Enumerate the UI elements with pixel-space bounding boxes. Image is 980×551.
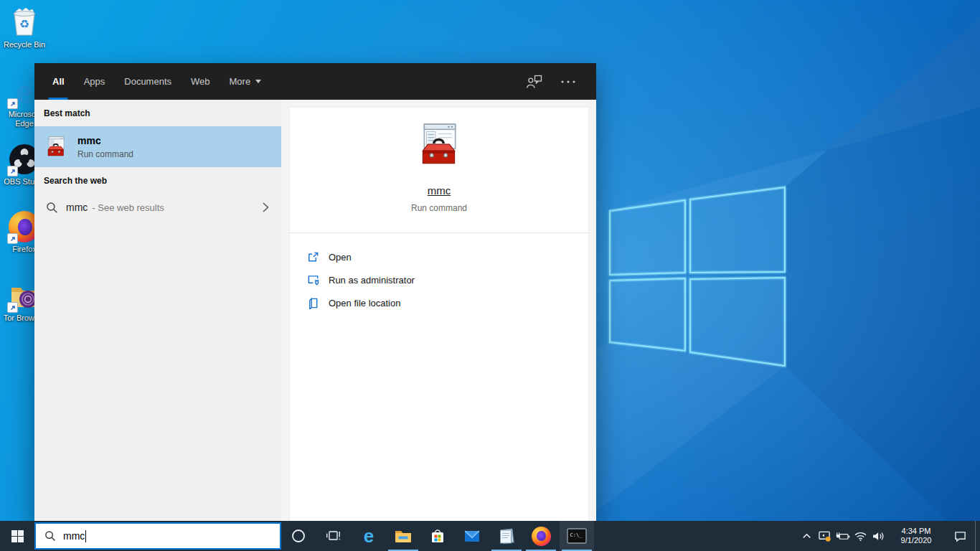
action-open[interactable]: Open <box>307 245 588 268</box>
result-subtitle: Run command <box>77 149 133 159</box>
taskbar-app-store[interactable] <box>420 521 455 551</box>
web-suffix: - See web results <box>92 202 164 213</box>
tray-battery-icon[interactable] <box>834 521 852 551</box>
tab-label: Apps <box>84 76 105 87</box>
tab-label: More <box>230 76 251 87</box>
search-icon <box>44 530 56 542</box>
clock-time: 4:34 PM <box>892 527 940 536</box>
action-open-file-location[interactable]: Open file location <box>307 291 588 314</box>
show-desktop-button[interactable] <box>975 521 980 551</box>
mmc-toolbox-icon <box>44 136 67 159</box>
start-icon <box>11 530 24 542</box>
taskbar-app-edge[interactable]: e <box>352 521 386 551</box>
mmc-toolbox-icon <box>415 122 463 169</box>
action-run-as-administrator[interactable]: Run as administrator <box>307 268 588 291</box>
taskbar: mmc e <box>0 521 980 551</box>
ellipsis-icon[interactable] <box>560 80 576 83</box>
notepad-icon <box>497 527 516 545</box>
edge-icon: e <box>359 527 378 545</box>
open-icon <box>307 251 319 263</box>
tab-label: All <box>52 76 65 87</box>
shortcut-arrow-icon <box>7 166 18 176</box>
text-caret <box>85 530 86 542</box>
action-label: Open <box>329 252 352 263</box>
task-view-icon <box>325 528 341 544</box>
system-tray: 4:34 PM 9/1/2020 <box>798 521 980 551</box>
best-match-header: Best match <box>34 100 281 126</box>
tab-web[interactable]: Web <box>191 63 210 100</box>
taskbar-app-mail[interactable] <box>455 521 489 551</box>
tab-more[interactable]: More <box>230 63 262 100</box>
svg-text:C:\_: C:\_ <box>570 532 583 538</box>
svg-text:e: e <box>364 527 374 545</box>
start-button[interactable] <box>0 521 34 551</box>
svg-text:♻: ♻ <box>19 17 29 31</box>
taskbar-app-file-explorer[interactable] <box>386 521 420 551</box>
action-center-icon <box>953 530 967 542</box>
search-results-list: Best match <box>34 100 281 521</box>
tab-apps[interactable]: Apps <box>84 63 105 100</box>
mail-icon <box>463 527 481 545</box>
shortcut-arrow-icon <box>7 233 18 244</box>
cortana-icon <box>291 529 306 543</box>
search-filter-bar: All Apps Documents Web More <box>34 63 596 100</box>
tray-chevron-up-icon[interactable] <box>798 521 816 551</box>
preview-subtitle: Run command <box>411 203 467 213</box>
tray-display-status-icon[interactable] <box>816 521 834 551</box>
file-location-icon <box>307 297 319 309</box>
file-explorer-icon <box>394 527 413 545</box>
shortcut-arrow-icon <box>7 98 18 109</box>
admin-shield-icon <box>307 274 319 286</box>
search-preview-pane: mmc Run command Open <box>281 100 596 521</box>
result-title: mmc <box>77 135 133 147</box>
taskbar-search-input[interactable]: mmc <box>34 522 281 550</box>
preview-title: mmc <box>428 184 451 197</box>
taskbar-clock[interactable]: 4:34 PM 9/1/2020 <box>892 527 940 545</box>
tab-all[interactable]: All <box>52 63 65 100</box>
best-match-result-mmc[interactable]: mmc Run command <box>34 126 281 167</box>
store-icon <box>428 527 447 545</box>
chevron-down-icon <box>255 80 261 83</box>
tab-label: Web <box>191 76 210 87</box>
terminal-icon: C:\_ <box>567 527 587 545</box>
user-feedback-icon[interactable] <box>526 75 543 89</box>
search-icon <box>46 202 58 214</box>
tab-documents[interactable]: Documents <box>124 63 171 100</box>
chevron-right-icon[interactable] <box>262 202 269 213</box>
actions-list: Open Run as administrator <box>290 233 588 314</box>
cortana-button[interactable] <box>281 521 316 551</box>
web-result-mmc[interactable]: mmc - See web results <box>34 194 281 221</box>
tray-wifi-icon[interactable] <box>852 521 870 551</box>
action-center-button[interactable] <box>945 521 975 551</box>
desktop-icon-label: Recycle Bin <box>1 40 48 50</box>
task-view-button[interactable] <box>316 521 350 551</box>
web-query: mmc <box>66 202 88 213</box>
taskbar-app-firefox[interactable] <box>524 521 558 551</box>
svg-text:e: e <box>16 76 33 108</box>
recycle-bin-icon: ♻ <box>7 4 42 38</box>
taskbar-app-notepad[interactable] <box>489 521 524 551</box>
action-label: Open file location <box>329 298 400 309</box>
tab-label: Documents <box>124 76 171 87</box>
preview-section: mmc Run command <box>290 108 588 233</box>
firefox-icon <box>532 527 551 546</box>
search-the-web-header: Search the web <box>34 167 281 194</box>
tray-volume-icon[interactable] <box>870 521 887 551</box>
shortcut-arrow-icon <box>7 302 18 313</box>
clock-date: 9/1/2020 <box>892 536 940 545</box>
start-search-panel: All Apps Documents Web More <box>34 63 596 521</box>
search-query-text: mmc <box>63 530 85 542</box>
desktop-icon-recycle-bin[interactable]: ♻ Recycle Bin <box>1 4 48 50</box>
taskbar-app-terminal[interactable]: C:\_ <box>560 521 594 551</box>
action-label: Run as administrator <box>329 275 415 286</box>
